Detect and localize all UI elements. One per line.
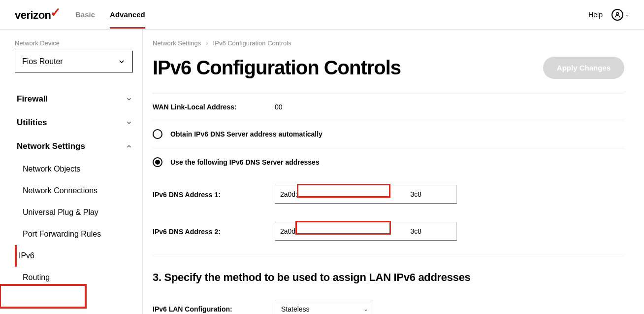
account-menu[interactable]: ⌄ xyxy=(612,9,629,21)
logo-text: verizon xyxy=(15,9,51,22)
row-lan-config: IPv6 LAN Configuration: Stateless ⌄ xyxy=(153,291,624,314)
tab-basic[interactable]: Basic xyxy=(75,1,95,28)
submenu-upnp[interactable]: Universal Plug & Play xyxy=(19,202,134,223)
svg-point-0 xyxy=(616,12,619,15)
submenu-network-objects[interactable]: Network Objects xyxy=(19,158,134,180)
menu: Firewall Utilities Network Settings Netw… xyxy=(15,87,134,288)
device-label: Network Device xyxy=(15,39,134,47)
breadcrumb: Network Settings › IPv6 Configuration Co… xyxy=(153,30,624,52)
chevron-down-icon xyxy=(126,119,132,126)
menu-firewall[interactable]: Firewall xyxy=(15,87,134,111)
chevron-down-icon xyxy=(118,58,126,66)
device-select[interactable]: Fios Router xyxy=(15,51,133,72)
menu-label: Firewall xyxy=(17,94,48,104)
menu-network-settings[interactable]: Network Settings xyxy=(15,135,134,158)
chevron-down-icon xyxy=(126,96,132,103)
header: verizon✓ Basic Advanced Help ⌄ xyxy=(0,0,644,30)
logo-check-icon: ✓ xyxy=(50,5,61,20)
user-icon xyxy=(612,9,623,21)
menu-label: Network Settings xyxy=(17,141,85,151)
row-dns2: IPv6 DNS Address 2: xyxy=(153,213,624,256)
header-right: Help ⌄ xyxy=(588,9,629,21)
help-link[interactable]: Help xyxy=(588,11,603,19)
section3-heading: 3. Specify the method to be used to assi… xyxy=(153,256,624,291)
header-left: verizon✓ Basic Advanced xyxy=(15,1,145,28)
chevron-up-icon xyxy=(126,143,132,150)
lan-config-select-wrap: Stateless ⌄ xyxy=(275,300,373,314)
sidebar: Network Device Fios Router Firewall Util… xyxy=(0,30,143,314)
wan-link-local-label: WAN Link-Local Address: xyxy=(153,103,275,111)
radio-dns-auto[interactable] xyxy=(153,129,162,139)
row-dns-auto: Obtain IPv6 DNS Server address automatic… xyxy=(153,120,624,148)
dns1-input-wrap xyxy=(275,185,457,204)
submenu-port-forwarding[interactable]: Port Forwarding Rules xyxy=(19,223,134,245)
radio-dns-manual-label: Use the following IPv6 DNS Server addres… xyxy=(170,158,320,166)
title-row: IPv6 Configuration Controls Apply Change… xyxy=(153,57,624,79)
breadcrumb-current: IPv6 Configuration Controls xyxy=(213,39,291,47)
menu-label: Utilities xyxy=(17,118,47,128)
row-dns-manual: Use the following IPv6 DNS Server addres… xyxy=(153,148,624,176)
page-title: IPv6 Configuration Controls xyxy=(153,57,401,79)
dns2-label: IPv6 DNS Address 2: xyxy=(153,228,275,236)
lan-config-select[interactable]: Stateless xyxy=(275,300,373,314)
row-dns1: IPv6 DNS Address 1: xyxy=(153,176,624,213)
main: Network Settings › IPv6 Configuration Co… xyxy=(143,30,644,314)
row-wan-link-local: WAN Link-Local Address: 00 xyxy=(153,94,624,120)
breadcrumb-parent[interactable]: Network Settings xyxy=(153,39,201,47)
submenu: Network Objects Network Connections Univ… xyxy=(15,158,134,288)
apply-changes-button[interactable]: Apply Changes xyxy=(543,57,624,79)
breadcrumb-sep-icon: › xyxy=(206,39,208,47)
submenu-network-connections[interactable]: Network Connections xyxy=(19,180,134,202)
menu-utilities[interactable]: Utilities xyxy=(15,111,134,135)
submenu-routing[interactable]: Routing xyxy=(19,267,134,288)
dns1-label: IPv6 DNS Address 1: xyxy=(153,191,275,199)
tab-advanced[interactable]: Advanced xyxy=(110,1,145,28)
device-value: Fios Router xyxy=(22,57,63,66)
tabs: Basic Advanced xyxy=(75,1,145,28)
submenu-ipv6[interactable]: IPv6 xyxy=(15,245,134,267)
redaction-annotation xyxy=(297,184,390,198)
chevron-down-icon: ⌄ xyxy=(625,12,629,17)
dns2-input-wrap xyxy=(275,222,457,241)
radio-dns-auto-label: Obtain IPv6 DNS Server address automatic… xyxy=(170,130,322,138)
radio-dns-manual[interactable] xyxy=(153,157,162,167)
logo: verizon✓ xyxy=(15,7,61,22)
redaction-annotation xyxy=(295,221,391,235)
lan-config-label: IPv6 LAN Configuration: xyxy=(153,305,275,313)
wan-link-local-value: 00 xyxy=(275,103,283,111)
container: Network Device Fios Router Firewall Util… xyxy=(0,30,644,314)
